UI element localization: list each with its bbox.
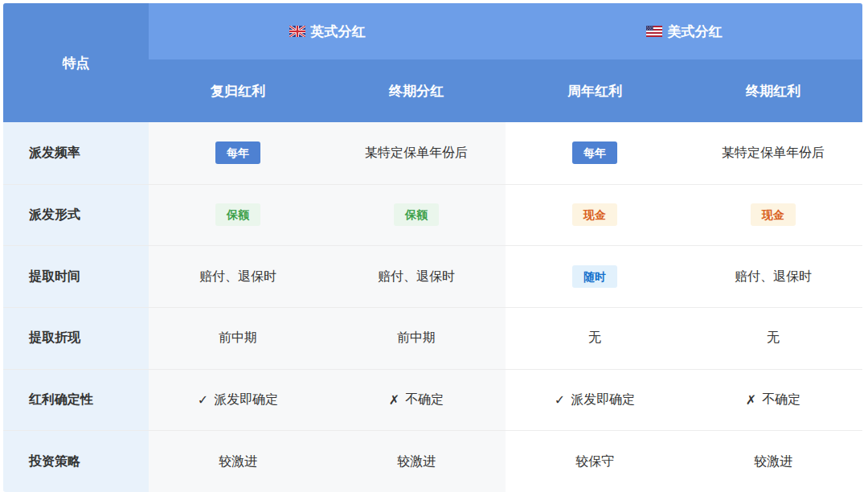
table-cell: 保额: [149, 184, 327, 246]
table-cell: 赔付、退保时: [149, 245, 327, 307]
table-cell: 现金: [684, 184, 862, 246]
table-cell: 赔付、退保时: [684, 245, 862, 307]
dividend-comparison-table: 特点 英式分红: [3, 3, 862, 492]
row-label-cell: 提取折现: [3, 307, 149, 369]
table-cell: 较保守: [506, 430, 684, 492]
cell-text: 不确定: [762, 392, 800, 408]
table-cell: 保额: [327, 184, 506, 246]
row-label-cell: 提取时间: [3, 245, 149, 307]
status-badge: 每年: [215, 141, 260, 164]
table-cell: ✗不确定: [327, 369, 506, 431]
table-cell: 每年: [506, 122, 684, 184]
table-cell: 较激进: [327, 430, 506, 492]
status-badge: 每年: [572, 141, 617, 164]
group-header-american: 美式分红: [506, 3, 862, 59]
us-flag-icon: [646, 26, 662, 37]
column-header-reversionary-bonus: 复归红利: [149, 59, 327, 122]
table-cell: 某特定保单年份后: [684, 122, 862, 184]
column-header-annual-dividend: 周年红利: [506, 59, 684, 122]
row-label-cell: 红利确定性: [3, 369, 149, 431]
table-cell: 前中期: [149, 307, 327, 369]
table-cell: 较激进: [149, 430, 327, 492]
column-header-terminal-bonus: 终期红利: [684, 59, 862, 122]
table-cell: 每年: [149, 122, 327, 184]
status-badge: 保额: [394, 203, 439, 226]
cross-icon: ✗: [746, 392, 756, 408]
table-cell: 无: [506, 307, 684, 369]
table-cell: ✓派发即确定: [149, 369, 327, 431]
group-label: 英式分红: [311, 23, 366, 41]
group-header-british: 英式分红: [149, 3, 506, 59]
status-badge: 随时: [572, 265, 617, 288]
cell-text: 派发即确定: [214, 392, 278, 408]
column-header-terminal-dividend: 终期分红: [327, 59, 506, 122]
table-cell: 赔付、退保时: [327, 245, 506, 307]
uk-flag-icon: [289, 26, 305, 37]
cross-icon: ✗: [389, 392, 399, 408]
row-label-cell: 投资策略: [3, 430, 149, 492]
cell-text: 派发即确定: [571, 392, 635, 408]
table-cell: 较激进: [684, 430, 862, 492]
status-badge: 保额: [215, 203, 260, 226]
check-icon: ✓: [555, 392, 565, 408]
table-cell: 前中期: [327, 307, 506, 369]
table-cell: 随时: [506, 245, 684, 307]
table-cell: ✗不确定: [684, 369, 862, 431]
table-cell: 无: [684, 307, 862, 369]
check-icon: ✓: [198, 392, 208, 408]
table-cell: 某特定保单年份后: [327, 122, 506, 184]
row-label-cell: 派发形式: [3, 184, 149, 246]
status-badge: 现金: [572, 203, 617, 226]
status-badge: 现金: [751, 203, 796, 226]
feature-header-cell: 特点: [3, 3, 149, 122]
row-label-cell: 派发频率: [3, 122, 149, 184]
table-cell: 现金: [506, 184, 684, 246]
group-label: 美式分红: [668, 23, 723, 41]
table-cell: ✓派发即确定: [506, 369, 684, 431]
cell-text: 不确定: [405, 392, 444, 408]
